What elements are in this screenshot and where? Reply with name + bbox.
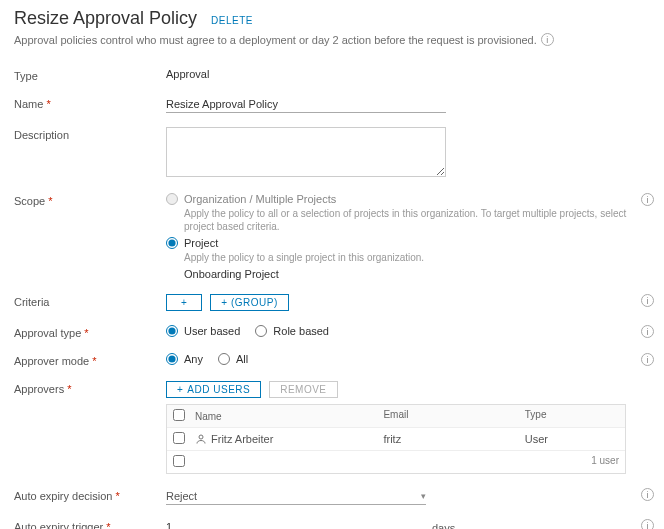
info-icon[interactable]: i	[641, 294, 654, 307]
remove-users-button[interactable]: REMOVE	[269, 381, 337, 398]
approver-row-checkbox[interactable]	[173, 432, 185, 444]
delete-policy-link[interactable]: DELETE	[211, 15, 253, 26]
approver-mode-any-radio[interactable]	[166, 353, 178, 365]
approvers-count: 1 user	[591, 455, 619, 469]
approval-type-label: Approval type	[14, 325, 166, 339]
page-title: Resize Approval Policy	[14, 8, 197, 29]
approval-type-role-label: Role based	[273, 325, 329, 337]
page-subtitle: Approval policies control who must agree…	[14, 34, 537, 46]
approver-mode-label: Approver mode	[14, 353, 166, 367]
approvers-col-name: Name	[195, 409, 383, 423]
description-label: Description	[14, 127, 166, 141]
approvers-select-all-checkbox[interactable]	[173, 409, 185, 421]
approver-mode-all-label: All	[236, 353, 248, 365]
auto-expiry-decision-value: Reject	[166, 490, 197, 502]
auto-expiry-decision-select[interactable]: Reject ▾	[166, 488, 426, 505]
scope-org-label: Organization / Multiple Projects	[184, 193, 336, 205]
name-input[interactable]	[166, 96, 446, 113]
approver-name: Fritz Arbeiter	[211, 433, 273, 445]
info-icon[interactable]: i	[641, 325, 654, 338]
name-label: Name	[14, 96, 166, 110]
info-icon[interactable]: i	[641, 193, 654, 206]
table-row[interactable]: Fritz Arbeiter fritz User	[167, 428, 625, 451]
info-icon[interactable]: i	[641, 519, 654, 529]
criteria-add-button[interactable]: +	[166, 294, 202, 311]
info-icon[interactable]: i	[641, 488, 654, 501]
criteria-label: Criteria	[14, 294, 166, 308]
description-textarea[interactable]	[166, 127, 446, 177]
days-suffix: days	[432, 522, 455, 530]
auto-expiry-trigger-input[interactable]	[166, 519, 426, 529]
scope-project-label: Project	[184, 237, 218, 249]
approvers-footer-checkbox[interactable]	[173, 455, 185, 467]
approver-mode-any-label: Any	[184, 353, 203, 365]
scope-label: Scope	[14, 193, 166, 207]
user-icon	[195, 433, 207, 445]
info-icon[interactable]: i	[541, 33, 554, 46]
scope-org-radio	[166, 193, 178, 205]
type-value: Approval	[166, 68, 650, 80]
svg-point-0	[199, 435, 203, 439]
approvers-col-type: Type	[525, 409, 619, 423]
scope-project-name: Onboarding Project	[184, 268, 628, 280]
auto-expiry-decision-label: Auto expiry decision	[14, 488, 166, 502]
scope-project-radio[interactable]	[166, 237, 178, 249]
auto-expiry-trigger-label: Auto expiry trigger	[14, 519, 166, 529]
approval-type-user-radio[interactable]	[166, 325, 178, 337]
approvers-label: Approvers	[14, 381, 166, 395]
approver-mode-all-radio[interactable]	[218, 353, 230, 365]
approver-email: fritz	[383, 433, 524, 445]
add-users-button[interactable]: +ADD USERS	[166, 381, 261, 398]
criteria-group-button[interactable]: + (GROUP)	[210, 294, 288, 311]
type-label: Type	[14, 68, 166, 82]
scope-org-hint: Apply the policy to all or a selection o…	[184, 207, 628, 233]
chevron-down-icon: ▾	[421, 491, 426, 501]
approval-type-role-radio[interactable]	[255, 325, 267, 337]
approvers-table: Name Email Type Fritz Arbeiter fritz Use…	[166, 404, 626, 474]
approval-type-user-label: User based	[184, 325, 240, 337]
info-icon[interactable]: i	[641, 353, 654, 366]
approver-type: User	[525, 433, 619, 445]
approvers-col-email: Email	[383, 409, 524, 423]
scope-project-hint: Apply the policy to a single project in …	[184, 251, 628, 264]
